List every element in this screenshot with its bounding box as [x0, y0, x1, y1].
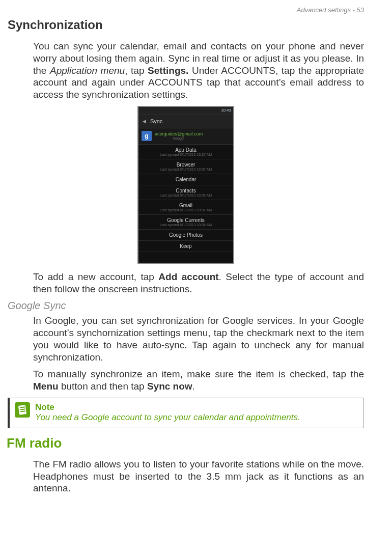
list-item: Google CurrentsLast synced 6/17/2013 10:…: [138, 215, 233, 230]
text: , tap: [125, 65, 148, 76]
text: button and then tap: [59, 381, 147, 392]
sync-screenshot: 10:43 ◄ Sync g acerguides@gmail.com Goog…: [8, 106, 364, 266]
item-name: Calendar: [143, 177, 229, 182]
account-email: acerguides@gmail.com: [155, 132, 203, 136]
fm-radio-heading: FM radio: [7, 435, 364, 451]
item-name: Keep: [143, 243, 229, 249]
list-item: App DataLast synced 6/17/2013 10:37 AM: [138, 145, 233, 159]
note-text: You need a Google account to sync your c…: [35, 412, 300, 423]
text: To add a new account, tap: [33, 271, 158, 282]
list-item: BrowserLast synced 6/17/2013 10:37 AM: [138, 159, 233, 174]
item-name: Browser: [143, 162, 229, 168]
list-item: Google Photos: [138, 230, 233, 241]
item-meta: Last synced 6/17/2013 10:36 AM: [143, 193, 229, 197]
item-meta: Last synced 6/17/2013 10:37 AM: [143, 208, 229, 212]
list-item: GmailLast synced 6/17/2013 10:37 AM: [138, 200, 233, 215]
note-icon: [15, 402, 30, 418]
text: .: [192, 381, 195, 392]
settings-label: Settings.: [148, 65, 188, 76]
item-name: Contacts: [143, 188, 229, 193]
item-name: Google Photos: [143, 232, 229, 238]
sync-title-bar: ◄ Sync: [138, 115, 233, 128]
page-header: Advanced settings - 53: [8, 6, 364, 14]
synchronization-heading: Synchronization: [8, 18, 364, 32]
item-meta: Last synced 6/17/2013 10:37 AM: [143, 168, 229, 171]
google-sync-para1: In Google, you can set synchronization f…: [33, 315, 364, 363]
account-provider: Google: [155, 136, 203, 140]
google-icon: g: [142, 131, 152, 141]
list-item: Keep: [138, 241, 233, 252]
google-sync-para2: To manually synchronize an item, make su…: [33, 368, 364, 393]
item-name: Google Currents: [143, 217, 229, 223]
account-row: g acerguides@gmail.com Google: [138, 128, 233, 145]
google-sync-heading: Google Sync: [8, 300, 364, 312]
application-menu-label: Application menu: [50, 65, 125, 76]
text: To manually synchronize an item, make su…: [33, 369, 364, 379]
sync-now-label: Sync now: [147, 381, 192, 392]
note-label: Note: [35, 402, 300, 412]
add-account-paragraph: To add a new account, tap Add account. S…: [33, 271, 364, 295]
phone-screenshot: 10:43 ◄ Sync g acerguides@gmail.com Goog…: [137, 106, 234, 264]
add-account-label: Add account: [158, 271, 218, 282]
list-item: Calendar: [138, 174, 233, 185]
item-meta: Last synced 6/17/2013 10:36 AM: [143, 223, 229, 227]
item-meta: Last synced 6/17/2013 10:37 AM: [143, 153, 229, 156]
sync-intro-paragraph: You can sync your calendar, email and co…: [33, 40, 364, 101]
status-time: 10:43: [221, 108, 231, 113]
note-box: Note You need a Google account to sync y…: [8, 398, 364, 428]
fm-radio-paragraph: The FM radio allows you to listen to you…: [33, 458, 364, 494]
list-item: ContactsLast synced 6/17/2013 10:36 AM: [138, 185, 233, 200]
item-name: App Data: [143, 147, 229, 153]
item-name: Gmail: [143, 203, 229, 208]
sync-title: Sync: [150, 118, 162, 124]
back-icon: ◄: [142, 118, 147, 124]
status-bar: 10:43: [138, 107, 233, 115]
menu-label: Menu: [33, 381, 59, 392]
